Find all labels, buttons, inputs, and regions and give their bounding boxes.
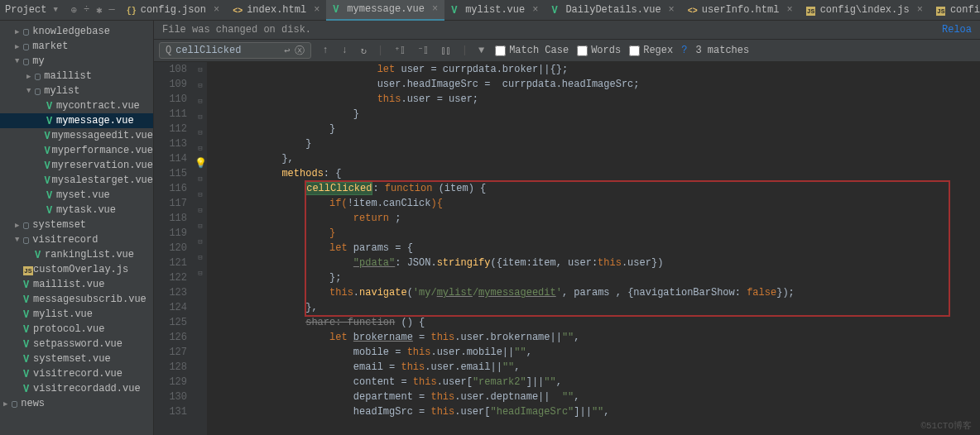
- tree-node-visitrecordadd-vue[interactable]: visitrecordadd.vue: [0, 381, 153, 396]
- tree-node-myset-vue[interactable]: myset.vue: [0, 188, 153, 203]
- vue-icon: [45, 131, 52, 141]
- tree-node-messagesubscrib-vue[interactable]: messagesubscrib.vue: [0, 292, 153, 307]
- tree-node-mylist-vue[interactable]: mylist.vue: [0, 307, 153, 322]
- search-icon: Q: [163, 45, 174, 56]
- add-selection-icon[interactable]: ⁺𝕀: [392, 45, 406, 57]
- tree-node-news[interactable]: ▶▢news: [0, 396, 153, 411]
- tree-node-maillist-vue[interactable]: maillist.vue: [0, 277, 153, 292]
- find-input[interactable]: [174, 43, 281, 58]
- tree-node-myreservation-vue[interactable]: myreservation.vue: [0, 158, 153, 173]
- code-area[interactable]: 1081091101111121131141151161171181191201…: [154, 62, 980, 435]
- tree-node-systemset[interactable]: ▶▢systemset: [0, 218, 153, 232]
- vue-icon: [45, 175, 52, 185]
- html-icon: [233, 5, 243, 15]
- tree-node-myperformance-vue[interactable]: myperformance.vue: [0, 143, 153, 158]
- vue-icon: [23, 324, 33, 334]
- match-case-checkbox[interactable]: Match Case: [495, 45, 569, 56]
- filter-icon[interactable]: ▼: [476, 45, 487, 56]
- history-icon[interactable]: ↩: [281, 45, 292, 57]
- expand-icon[interactable]: ▼: [15, 236, 23, 244]
- expand-icon[interactable]: ▶: [15, 42, 23, 51]
- next-match-icon[interactable]: ↓: [339, 45, 350, 56]
- tree-node-protocol-vue[interactable]: protocol.vue: [0, 322, 153, 337]
- find-input-box[interactable]: Q ↩ ⓧ: [159, 42, 311, 59]
- close-icon[interactable]: ×: [314, 4, 319, 16]
- tab-config-index-js[interactable]: config\index.js×: [800, 0, 930, 21]
- tree-node-systemset-vue[interactable]: systemset.vue: [0, 351, 153, 366]
- json-icon: [127, 5, 137, 15]
- vue-icon: [45, 160, 52, 170]
- tab-index-html[interactable]: index.html×: [226, 0, 326, 21]
- tab-userInfo-html[interactable]: userInfo.html×: [681, 0, 800, 21]
- expand-icon[interactable]: ▶: [3, 399, 12, 409]
- tab-mylist-vue[interactable]: mylist.vue×: [444, 0, 545, 21]
- marker-gutter: ⊟⊟⊟⊟⊟⊟💡⊟⊟⊟⊟⊟⊟⊟: [194, 62, 207, 435]
- close-icon[interactable]: ×: [214, 4, 219, 16]
- folder-icon: ▢: [12, 398, 17, 410]
- target-icon[interactable]: ⊕: [71, 4, 77, 17]
- js-icon: [23, 265, 33, 275]
- tab-DailyDetails-vue[interactable]: DailyDetails.vue×: [545, 0, 680, 21]
- chevron-down-icon[interactable]: ▼: [53, 6, 57, 14]
- reload-link[interactable]: Reloa: [942, 24, 972, 36]
- vue-icon: [46, 205, 56, 215]
- close-icon[interactable]: ×: [432, 3, 438, 15]
- tree-node-visitrecord-vue[interactable]: visitrecord.vue: [0, 366, 153, 381]
- expand-icon[interactable]: ▶: [15, 27, 23, 36]
- close-icon[interactable]: ×: [669, 4, 675, 16]
- words-checkbox[interactable]: Words: [577, 45, 621, 56]
- tree-node-rankingList-vue[interactable]: rankingList.vue: [0, 247, 153, 262]
- tree-node-mytask-vue[interactable]: mytask.vue: [0, 203, 153, 218]
- vue-icon: [46, 101, 56, 111]
- project-label: Project: [5, 4, 46, 16]
- tree-node-mymessageedit-vue[interactable]: mymessageedit.vue: [0, 128, 153, 143]
- close-icon[interactable]: ×: [532, 4, 538, 16]
- tree-node-maillist[interactable]: ▶▢maillist: [0, 69, 153, 84]
- divider-icon[interactable]: ÷: [84, 4, 89, 16]
- expand-icon[interactable]: ▼: [15, 57, 23, 65]
- tree-node-mylist[interactable]: ▼▢mylist: [0, 84, 153, 98]
- tree-node-knowledgebase[interactable]: ▶▢knowledgebase: [0, 24, 153, 39]
- tree-node-my[interactable]: ▼▢my: [0, 54, 153, 69]
- vue-icon: [333, 4, 343, 14]
- file-changed-notice: File was changed on disk. Reloa: [154, 21, 980, 40]
- tab-config-js[interactable]: config.js×: [930, 0, 980, 21]
- tree-node-mysalestarget-vue[interactable]: mysalestarget.vue: [0, 173, 153, 188]
- gear-icon[interactable]: ✱: [96, 4, 102, 17]
- folder-icon: ▢: [23, 26, 29, 38]
- tab-config-json[interactable]: config.json×: [120, 0, 226, 21]
- sub-selection-icon[interactable]: ⁻𝕀: [416, 45, 430, 57]
- tree-node-market[interactable]: ▶▢market: [0, 39, 153, 54]
- js-icon: [936, 5, 946, 15]
- tab-mymessage-vue[interactable]: mymessage.vue×: [326, 0, 444, 21]
- expand-icon[interactable]: ▶: [26, 72, 35, 81]
- tree-node-mymessage-vue[interactable]: mymessage.vue: [0, 113, 153, 128]
- vue-icon: [451, 5, 461, 15]
- close-icon[interactable]: ×: [917, 4, 923, 16]
- vue-icon: [46, 116, 56, 126]
- prev-match-icon[interactable]: ↑: [319, 45, 330, 56]
- tree-node-setpassword-vue[interactable]: setpassword.vue: [0, 337, 153, 351]
- vue-icon: [46, 190, 56, 200]
- editor-pane: File was changed on disk. Reloa Q ↩ ⓧ ↑ …: [154, 21, 980, 435]
- project-tree[interactable]: ▶▢knowledgebase▶▢market▼▢my▶▢maillist▼▢m…: [0, 21, 154, 435]
- clear-icon[interactable]: ⓧ: [292, 44, 307, 58]
- regex-checkbox[interactable]: Regex: [629, 45, 673, 56]
- help-icon[interactable]: ?: [681, 45, 687, 56]
- expand-icon[interactable]: ▶: [15, 221, 23, 230]
- tree-node-visitrecord[interactable]: ▼▢visitrecord: [0, 232, 153, 247]
- tree-node-customOverlay-js[interactable]: customOverlay.js: [0, 262, 153, 277]
- vue-icon: [23, 354, 33, 364]
- vue-icon: [23, 339, 33, 349]
- cols-icon[interactable]: ⫿⫿: [439, 45, 454, 57]
- tree-node-mycontract-vue[interactable]: mycontract.vue: [0, 98, 153, 113]
- code-content[interactable]: let user = currpdata.broker||{}; user.he…: [207, 62, 795, 435]
- close-icon[interactable]: ×: [786, 4, 792, 16]
- vue-icon: [23, 384, 33, 394]
- select-all-icon[interactable]: ↻: [358, 45, 369, 57]
- expand-icon[interactable]: ▼: [26, 87, 35, 95]
- vue-icon: [23, 309, 33, 319]
- collapse-icon[interactable]: —: [109, 4, 115, 16]
- notice-text: File was changed on disk.: [162, 24, 311, 36]
- vue-icon: [551, 5, 561, 15]
